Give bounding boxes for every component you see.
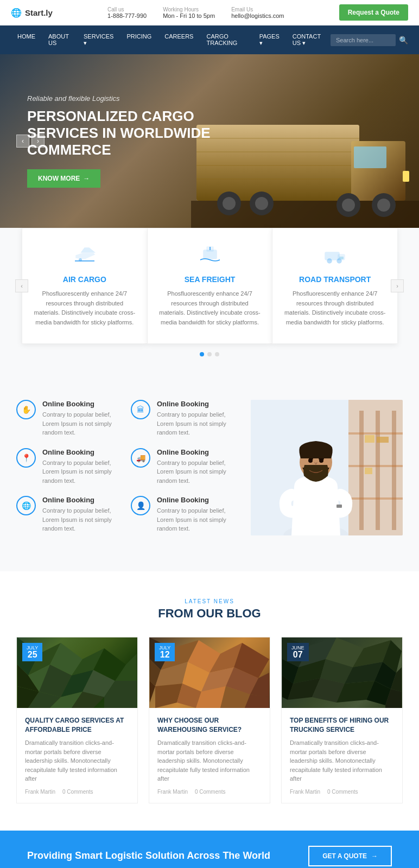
feature-item-1: ✋ Online Booking Contrary to popular bel… [16, 400, 120, 437]
request-quote-button[interactable]: Request a Quote [339, 4, 408, 21]
hero-slider-controls: ‹ › [16, 135, 45, 148]
email-value: hello@logistics.com [231, 12, 284, 19]
blog-post-text-2: Dramatically transition clicks-and-morta… [157, 738, 262, 783]
feature-content-1: Online Booking Contrary to popular belie… [42, 400, 120, 437]
building-icon: 🏛 [131, 400, 150, 419]
feature-item-2: 🏛 Online Booking Contrary to popular bel… [131, 400, 234, 437]
feature-title-6: Online Booking [157, 496, 234, 504]
blog-image-1: JULY 25 [17, 637, 137, 708]
blog-author-3: Frank Martin [290, 789, 320, 795]
features-person-image [251, 400, 403, 544]
blog-body-1: QUALITY CARGO SERVICES AT AFFORDABLE PRI… [17, 708, 137, 803]
feature-title-1: Online Booking [42, 400, 120, 408]
call-number: 1-888-777-990 [107, 12, 147, 19]
blog-comments-2: 0 Comments [195, 789, 226, 795]
hero-cta-button[interactable]: KNOW MORE [27, 169, 100, 188]
dot-1[interactable] [200, 352, 204, 356]
logo[interactable]: 🌐 Start.ly [11, 8, 53, 18]
sea-freight-icon [158, 245, 262, 269]
hero-section: ‹ › Reliable and flexible Logistics PERS… [0, 54, 419, 228]
svg-point-25 [327, 259, 332, 263]
globe-feature-icon: 🌐 [16, 496, 36, 515]
svg-rect-45 [309, 458, 313, 459]
hero-next-arrow[interactable]: › [31, 135, 45, 148]
nav-about[interactable]: ABOUT US [42, 25, 77, 54]
truck-icon: 🚚 [131, 448, 150, 468]
blog-comments-1: 0 Comments [62, 789, 93, 795]
blog-body-2: WHY CHOOSE OUR WAREHOUSING SERVICE? Dram… [149, 708, 270, 803]
services-next-arrow[interactable]: › [391, 279, 404, 292]
hero-subtitle: Reliable and flexible Logistics [27, 94, 255, 103]
svg-point-14 [342, 199, 355, 212]
feature-content-4: Online Booking Contrary to popular belie… [157, 448, 234, 486]
svg-rect-34 [348, 465, 403, 467]
nav-cargo-tracking[interactable]: CARGO TRACKING [200, 25, 252, 54]
person-icon: 👤 [131, 496, 150, 515]
dot-2[interactable] [207, 352, 212, 356]
air-cargo-text: Phosfluorescently enhance 24/7 resources… [33, 289, 136, 327]
feature-title-4: Online Booking [157, 448, 234, 456]
top-bar-info: Call us 1-888-777-990 Working Hours Mon … [107, 7, 284, 19]
feature-text-6: Contrary to popular belief, Lorem Ipsum … [157, 506, 234, 533]
feature-content-3: Online Booking Contrary to popular belie… [42, 448, 120, 486]
nav-home[interactable]: HOME [11, 25, 42, 54]
nav-pricing[interactable]: PRICING [120, 25, 158, 54]
blog-post-text-3: Dramatically transition clicks-and-morta… [290, 738, 394, 783]
logo-text: Start.ly [25, 8, 53, 17]
feature-content-5: Online Booking Contrary to popular belie… [42, 496, 120, 533]
hero-title: PERSONALIZED CARGO SERVICES IN WORLDWIDE… [27, 108, 255, 159]
nav-services[interactable]: SERVICES [77, 25, 120, 54]
services-prev-arrow[interactable]: ‹ [15, 279, 28, 292]
svg-rect-40 [337, 505, 342, 508]
blog-meta-2: Frank Martin 0 Comments [157, 789, 262, 795]
blog-grid: JULY 25 QUALITY CARGO SERVICES AT AFFORD… [16, 637, 403, 803]
features-section: ✋ Online Booking Contrary to popular bel… [0, 373, 419, 571]
blog-post-title-2: WHY CHOOSE OUR WAREHOUSING SERVICE? [157, 716, 262, 735]
feature-content-6: Online Booking Contrary to popular belie… [157, 496, 234, 533]
blog-image-2: JULY 12 [149, 637, 270, 708]
hours-info: Working Hours Mon - Fri 10 to 5pm [163, 7, 215, 19]
air-cargo-title: AIR CARGO [33, 275, 136, 284]
hours-label: Working Hours [163, 7, 215, 12]
call-label: Call us [107, 7, 147, 12]
hand-icon: ✋ [16, 400, 36, 419]
nav-contact[interactable]: CONTACT US [286, 25, 331, 54]
sea-freight-title: SEA FREIGHT [158, 275, 262, 284]
feature-row-2: 📍 Online Booking Contrary to popular bel… [16, 448, 234, 486]
feature-text-1: Contrary to popular belief, Lorem Ipsum … [42, 410, 120, 437]
blog-date-2: JULY 12 [155, 643, 175, 661]
svg-rect-35 [348, 497, 403, 500]
road-transport-text: Phosfluorescently enhance 24/7 resources… [283, 289, 386, 327]
hero-prev-arrow[interactable]: ‹ [16, 135, 29, 148]
feature-row-3: 🌐 Online Booking Contrary to popular bel… [16, 496, 234, 533]
feature-item-4: 🚚 Online Booking Contrary to popular bel… [131, 448, 234, 486]
svg-rect-23 [325, 252, 339, 260]
blog-comments-3: 0 Comments [327, 789, 358, 795]
svg-point-26 [337, 259, 341, 263]
email-label: Email Us [231, 7, 284, 12]
blog-section: LATEST NEWS FROM OUR BLOG [0, 571, 419, 831]
air-cargo-icon [33, 245, 136, 269]
search-icon[interactable]: 🔍 [399, 36, 408, 44]
get-quote-button[interactable]: GET A QUOTE [308, 846, 392, 866]
blog-card-2: JULY 12 WHY CHOOSE OUR WAREHOUSING SERVI… [149, 637, 270, 803]
nav-pages[interactable]: PAGES [253, 25, 286, 54]
blog-meta-3: Frank Martin 0 Comments [290, 789, 394, 795]
nav-search-area: 🔍 [331, 34, 408, 46]
road-transport-title: ROAD TRANSPORT [283, 275, 386, 284]
blog-title: FROM OUR BLOG [16, 607, 403, 621]
main-nav: HOME ABOUT US SERVICES PRICING CAREERS C… [0, 25, 419, 54]
blog-body-3: TOP BENEFITS OF HIRING OUR TRUCKING SERV… [282, 708, 402, 803]
svg-rect-32 [392, 411, 396, 530]
feature-title-3: Online Booking [42, 448, 120, 456]
search-input[interactable] [331, 34, 396, 46]
svg-rect-37 [377, 437, 389, 443]
features-list: ✋ Online Booking Contrary to popular bel… [16, 400, 234, 544]
svg-rect-27 [339, 257, 344, 259]
dot-3[interactable] [215, 352, 219, 356]
blog-image-3: JUNE 07 [282, 637, 402, 708]
nav-careers[interactable]: CAREERS [158, 25, 200, 54]
slider-dots [22, 344, 397, 362]
email-info: Email Us hello@logistics.com [231, 7, 284, 19]
person-photo [251, 400, 403, 535]
